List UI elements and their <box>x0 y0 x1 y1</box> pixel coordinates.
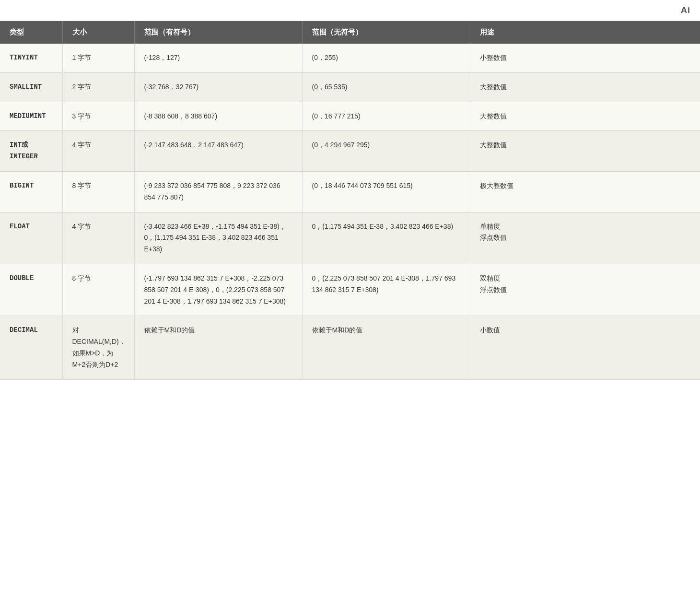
col-header-signed: 范围（有符号） <box>134 21 302 44</box>
cell-unsigned-0: (0，255) <box>302 44 470 72</box>
cell-size-0: 1 字节 <box>62 44 134 72</box>
cell-signed-1: (-32 768，32 767) <box>134 72 302 102</box>
cell-type-4: BIGINT <box>0 171 62 212</box>
cell-size-1: 2 字节 <box>62 72 134 102</box>
cell-usage-4: 极大整数值 <box>470 171 700 212</box>
table-row: SMALLINT2 字节(-32 768，32 767)(0，65 535)大整… <box>0 72 700 102</box>
col-header-usage: 用途 <box>470 21 700 44</box>
data-types-table: 类型 大小 范围（有符号） 范围（无符号） 用途 TINYINT1 字节(-12… <box>0 21 700 380</box>
table-row: INT或INTEGER4 字节(-2 147 483 648，2 147 483… <box>0 131 700 172</box>
cell-unsigned-3: (0，4 294 967 295) <box>302 131 470 172</box>
table-header-row: 类型 大小 范围（有符号） 范围（无符号） 用途 <box>0 21 700 44</box>
cell-size-4: 8 字节 <box>62 171 134 212</box>
cell-signed-3: (-2 147 483 648，2 147 483 647) <box>134 131 302 172</box>
cell-unsigned-6: 0，(2.225 073 858 507 201 4 E-308，1.797 6… <box>302 264 470 316</box>
cell-signed-5: (-3.402 823 466 E+38，-1.175 494 351 E-38… <box>134 212 302 264</box>
cell-size-2: 3 字节 <box>62 102 134 131</box>
cell-signed-4: (-9 233 372 036 854 775 808，9 223 372 03… <box>134 171 302 212</box>
cell-type-1: SMALLINT <box>0 72 62 102</box>
cell-type-0: TINYINT <box>0 44 62 72</box>
col-header-unsigned: 范围（无符号） <box>302 21 470 44</box>
table-row: MEDIUMINT3 字节(-8 388 608，8 388 607)(0，16… <box>0 102 700 131</box>
cell-signed-0: (-128，127) <box>134 44 302 72</box>
cell-usage-6: 双精度浮点数值 <box>470 264 700 316</box>
col-header-type: 类型 <box>0 21 62 44</box>
cell-type-5: FLOAT <box>0 212 62 264</box>
page-wrapper: Ai 类型 大小 范围（有符号） 范围（无符号） 用途 TINYINT1 字节(… <box>0 0 700 612</box>
table-row: BIGINT8 字节(-9 233 372 036 854 775 808，9 … <box>0 171 700 212</box>
ai-badge: Ai <box>681 5 690 15</box>
cell-size-3: 4 字节 <box>62 131 134 172</box>
cell-unsigned-1: (0，65 535) <box>302 72 470 102</box>
cell-usage-0: 小整数值 <box>470 44 700 72</box>
cell-unsigned-7: 依赖于M和D的值 <box>302 316 470 379</box>
cell-signed-7: 依赖于M和D的值 <box>134 316 302 379</box>
table-row: DOUBLE8 字节(-1.797 693 134 862 315 7 E+30… <box>0 264 700 316</box>
table-row: TINYINT1 字节(-128，127)(0，255)小整数值 <box>0 44 700 72</box>
top-bar: Ai <box>0 0 700 21</box>
cell-usage-2: 大整数值 <box>470 102 700 131</box>
col-header-size: 大小 <box>62 21 134 44</box>
cell-size-6: 8 字节 <box>62 264 134 316</box>
cell-usage-7: 小数值 <box>470 316 700 379</box>
cell-type-7: DECIMAL <box>0 316 62 379</box>
cell-unsigned-2: (0，16 777 215) <box>302 102 470 131</box>
cell-usage-3: 大整数值 <box>470 131 700 172</box>
cell-type-6: DOUBLE <box>0 264 62 316</box>
cell-usage-5: 单精度浮点数值 <box>470 212 700 264</box>
cell-signed-6: (-1.797 693 134 862 315 7 E+308，-2.225 0… <box>134 264 302 316</box>
cell-usage-1: 大整数值 <box>470 72 700 102</box>
cell-type-3: INT或INTEGER <box>0 131 62 172</box>
cell-unsigned-4: (0，18 446 744 073 709 551 615) <box>302 171 470 212</box>
table-row: DECIMAL对 DECIMAL(M,D)，如果M>D，为M+2否则为D+2依赖… <box>0 316 700 379</box>
cell-type-2: MEDIUMINT <box>0 102 62 131</box>
cell-size-7: 对 DECIMAL(M,D)，如果M>D，为M+2否则为D+2 <box>62 316 134 379</box>
cell-size-5: 4 字节 <box>62 212 134 264</box>
cell-unsigned-5: 0，(1.175 494 351 E-38，3.402 823 466 E+38… <box>302 212 470 264</box>
table-row: FLOAT4 字节(-3.402 823 466 E+38，-1.175 494… <box>0 212 700 264</box>
cell-signed-2: (-8 388 608，8 388 607) <box>134 102 302 131</box>
